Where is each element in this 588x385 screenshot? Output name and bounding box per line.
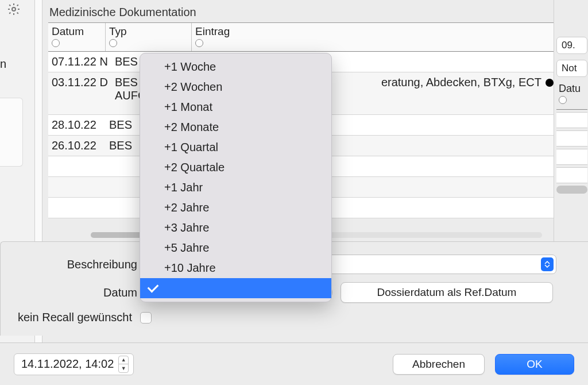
bottom-button-bar: 14.11.2022, 14:02 ▲ ▼ Abbrechen OK [0,342,588,385]
left-panel-box [0,98,23,167]
combobox-arrows-icon[interactable] [541,257,554,271]
menu-item[interactable]: +1 Monat [140,97,331,117]
list-cell-partial[interactable] [556,130,587,147]
menu-item[interactable]: +2 Wochen [140,77,331,97]
menu-item[interactable]: +1 Quartal [140,137,331,157]
column-header-label: Datum [52,25,102,38]
cell-datum: 07.11.22 N [48,52,111,72]
right-datum-label: Datu [554,83,588,95]
column-header-label: Typ [109,25,188,38]
cell-datum: 03.11.22 D [48,72,111,93]
datum-label: Datum [17,286,143,299]
table-header: Datum Typ Eintrag [48,23,582,52]
description-label: Beschreibung [17,258,143,271]
chevron-up-icon[interactable]: ▲ [119,356,128,365]
ok-button[interactable]: OK [495,354,574,375]
list-cell-partial[interactable] [556,149,587,165]
menu-item[interactable]: +10 Jahre [140,258,331,278]
gear-icon[interactable] [7,2,21,20]
list-cell-partial[interactable] [556,112,587,128]
no-recall-label: kein Recall gewünscht [18,311,132,324]
cancel-button[interactable]: Abbrechen [393,354,485,375]
filter-radio-icon[interactable] [559,96,567,104]
truncated-text-left: n [0,57,6,71]
filter-radio-icon[interactable] [52,39,60,47]
cell-datum: 28.10.22 [48,115,106,135]
menu-item[interactable]: +1 Jahr [140,178,331,198]
datetime-field[interactable]: 14.11.2022, 14:02 ▲ ▼ [14,353,134,375]
column-header-label: Eintrag [195,25,579,38]
bullet-icon [546,79,554,87]
menu-item[interactable]: +1 Woche [140,57,331,77]
datetime-value: 14.11.2022, 14:02 [21,357,114,371]
list-cell-partial[interactable] [556,167,587,183]
chevron-down-icon[interactable]: ▼ [119,364,128,372]
filter-radio-icon[interactable] [109,39,117,47]
menu-item-selected[interactable] [140,278,331,298]
notice-field-partial[interactable]: Not [556,60,587,77]
menu-item[interactable]: +5 Jahre [140,238,331,258]
svg-point-0 [12,7,16,11]
menu-item[interactable]: +3 Jahre [140,218,331,238]
menu-item[interactable]: +2 Quartale [140,157,331,178]
menu-item[interactable]: +2 Monate [140,117,331,137]
column-header-eintrag[interactable]: Eintrag [192,23,582,51]
column-header-datum[interactable]: Datum [48,23,106,51]
right-panel-sliver: 09. Not Datu [554,0,588,241]
filter-radio-icon[interactable] [195,39,203,47]
cell-datum: 26.10.22 [48,136,106,156]
datetime-stepper[interactable]: ▲ ▼ [118,356,129,373]
date-field-partial[interactable]: 09. [556,37,587,54]
menu-item[interactable]: +2 Jahre [140,198,331,218]
date-offset-menu[interactable]: +1 Woche +2 Wochen +1 Monat +2 Monate +1… [140,53,332,302]
scrollbar-cap[interactable] [556,186,587,194]
no-recall-checkbox[interactable] [140,312,152,324]
column-header-typ[interactable]: Typ [106,23,192,51]
dossier-ref-date-button[interactable]: Dossierdatum als Ref.Datum [341,282,553,303]
section-title: Medizinische Dokumentation [42,0,588,22]
